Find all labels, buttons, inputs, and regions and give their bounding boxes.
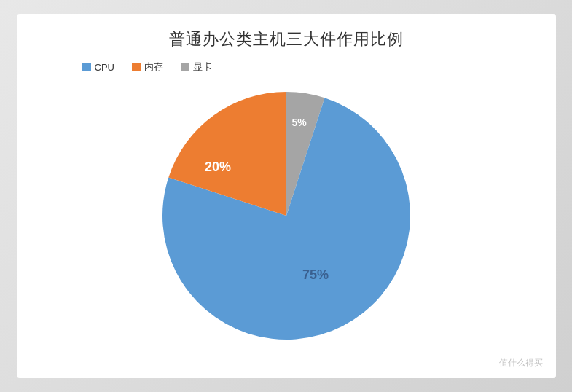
legend-label-gpu: 显卡: [193, 60, 212, 74]
legend-label-memory: 内存: [144, 60, 163, 74]
chart-legend: CPU 内存 显卡: [82, 60, 212, 74]
label-memory-percent: 20%: [205, 160, 231, 175]
label-gpu-percent: 5%: [291, 117, 306, 128]
pie-svg: [155, 85, 418, 347]
legend-label-cpu: CPU: [95, 62, 114, 73]
legend-color-memory: [132, 63, 141, 71]
pie-chart-area: 75% 20% 5%: [155, 85, 418, 347]
chart-title: 普通办公类主机三大件作用比例: [169, 28, 404, 50]
watermark: 值什么得买: [499, 357, 543, 369]
legend-item-memory: 内存: [132, 60, 163, 74]
legend-color-gpu: [181, 63, 189, 71]
legend-item-cpu: CPU: [82, 60, 114, 74]
label-cpu-percent: 75%: [302, 267, 439, 289]
chart-container: 普通办公类主机三大件作用比例 CPU 内存 显卡: [17, 14, 556, 378]
legend-item-gpu: 显卡: [181, 60, 212, 74]
legend-color-cpu: [82, 63, 91, 71]
